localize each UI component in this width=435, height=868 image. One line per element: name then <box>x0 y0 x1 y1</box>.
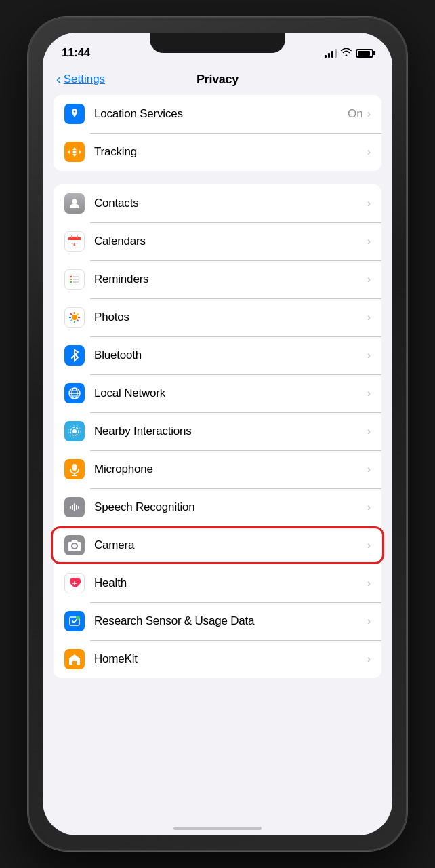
location-services-label: Location Services <box>94 107 348 121</box>
calendars-label: Calendars <box>94 235 367 248</box>
svg-point-9 <box>74 243 75 244</box>
reminders-row[interactable]: Reminders › <box>54 260 381 298</box>
health-chevron: › <box>367 577 371 589</box>
research-sensor-icon <box>64 611 85 631</box>
contacts-icon <box>64 193 85 214</box>
home-indicator <box>173 827 262 830</box>
svg-point-10 <box>77 243 78 244</box>
tracking-icon <box>64 142 85 162</box>
svg-point-13 <box>70 279 72 280</box>
svg-rect-35 <box>72 464 77 471</box>
status-time: 11:44 <box>62 46 90 60</box>
svg-point-8 <box>72 243 73 244</box>
wifi-icon <box>341 48 352 58</box>
local-network-icon <box>64 383 85 403</box>
photos-label: Photos <box>94 311 367 324</box>
photos-icon <box>64 307 85 328</box>
nearby-interactions-label: Nearby Interactions <box>94 425 367 438</box>
status-icons <box>325 48 373 58</box>
battery-icon <box>356 49 373 58</box>
svg-point-1 <box>72 199 77 204</box>
svg-point-43 <box>72 544 77 548</box>
calendars-chevron: › <box>367 235 371 248</box>
svg-point-0 <box>73 151 77 154</box>
navigation-bar: ‹ Settings Privacy <box>43 66 392 95</box>
notch <box>150 33 285 53</box>
svg-point-47 <box>76 616 80 620</box>
svg-rect-40 <box>74 503 75 511</box>
reminders-icon <box>64 269 85 290</box>
camera-icon <box>64 535 85 555</box>
nearby-interactions-chevron: › <box>367 425 371 437</box>
speech-recognition-label: Speech Recognition <box>94 500 367 514</box>
svg-rect-7 <box>77 235 78 238</box>
nearby-interactions-row[interactable]: Nearby Interactions › <box>54 412 381 450</box>
back-chevron-icon: ‹ <box>56 71 61 87</box>
svg-rect-39 <box>72 505 73 510</box>
reminders-label: Reminders <box>94 273 367 286</box>
tracking-row[interactable]: Tracking › <box>54 133 381 171</box>
back-button[interactable]: ‹ Settings <box>56 72 105 87</box>
calendars-icon: 5 <box>64 231 85 252</box>
calendars-row[interactable]: 5 Calendars › <box>54 222 381 260</box>
svg-point-14 <box>70 281 72 283</box>
contacts-label: Contacts <box>94 197 367 210</box>
homekit-label: HomeKit <box>94 652 367 666</box>
svg-rect-6 <box>71 235 72 238</box>
signal-icon <box>325 48 337 58</box>
svg-point-12 <box>70 276 72 277</box>
svg-point-32 <box>72 429 77 433</box>
svg-line-24 <box>77 320 79 321</box>
back-label: Settings <box>64 73 105 86</box>
research-sensor-chevron: › <box>367 615 371 627</box>
location-services-icon <box>64 104 85 124</box>
homekit-chevron: › <box>367 653 371 665</box>
reminders-chevron: › <box>367 273 371 285</box>
svg-rect-4 <box>68 239 81 240</box>
tracking-chevron: › <box>367 146 371 158</box>
svg-rect-38 <box>70 506 71 509</box>
camera-row[interactable]: Camera › <box>54 526 381 564</box>
location-services-chevron: › <box>367 108 371 120</box>
bluetooth-row[interactable]: Bluetooth › <box>54 336 381 374</box>
location-services-value: On <box>348 107 363 121</box>
svg-point-18 <box>72 315 77 320</box>
local-network-chevron: › <box>367 387 371 399</box>
contacts-chevron: › <box>367 197 371 210</box>
photos-row[interactable]: Photos › <box>54 298 381 336</box>
health-row[interactable]: Health › <box>54 564 381 602</box>
tracking-label: Tracking <box>94 145 367 159</box>
svg-line-23 <box>70 313 72 315</box>
nearby-interactions-icon <box>64 421 85 441</box>
homekit-icon <box>64 649 85 669</box>
health-icon <box>64 573 85 593</box>
research-sensor-row[interactable]: Research Sensor & Usage Data › <box>54 602 381 640</box>
bluetooth-label: Bluetooth <box>94 349 367 362</box>
location-services-row[interactable]: Location Services On › <box>54 95 381 133</box>
svg-line-26 <box>70 320 72 321</box>
page-title: Privacy <box>196 73 239 87</box>
camera-label: Camera <box>94 538 367 552</box>
bluetooth-chevron: › <box>367 349 371 361</box>
svg-rect-42 <box>78 506 79 509</box>
homekit-row[interactable]: HomeKit › <box>54 640 381 678</box>
svg-rect-41 <box>76 505 77 510</box>
phone-frame: 11:44 <box>28 17 407 851</box>
microphone-row[interactable]: Microphone › <box>54 450 381 488</box>
bluetooth-icon <box>64 345 85 366</box>
photos-chevron: › <box>367 311 371 323</box>
microphone-icon <box>64 459 85 479</box>
camera-chevron: › <box>367 539 371 551</box>
microphone-chevron: › <box>367 463 371 475</box>
section-top: Location Services On › Tracking › <box>54 95 381 171</box>
speech-recognition-chevron: › <box>367 501 371 513</box>
microphone-label: Microphone <box>94 462 367 476</box>
section-mid: Contacts › 5 <box>54 184 381 678</box>
speech-recognition-row[interactable]: Speech Recognition › <box>54 488 381 526</box>
local-network-row[interactable]: Local Network › <box>54 374 381 412</box>
content-area: Location Services On › Tracking › <box>43 95 392 823</box>
contacts-row[interactable]: Contacts › <box>54 184 381 222</box>
phone-screen: 11:44 <box>43 33 392 835</box>
svg-line-25 <box>77 313 79 315</box>
speech-recognition-icon <box>64 497 85 517</box>
